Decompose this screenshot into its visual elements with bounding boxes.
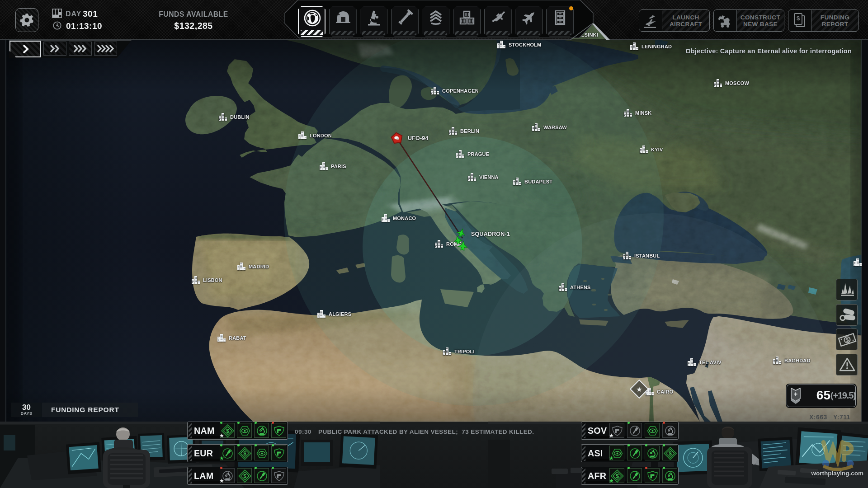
svg-text:$: $ (243, 473, 246, 479)
svg-text:★: ★ (636, 385, 642, 393)
svg-text:$: $ (669, 450, 672, 457)
svg-text:$: $ (616, 473, 619, 479)
svg-text:$: $ (243, 450, 246, 457)
svg-text:+: + (794, 390, 797, 398)
svg-text:$: $ (797, 15, 800, 22)
svg-text:$: $ (226, 428, 229, 434)
